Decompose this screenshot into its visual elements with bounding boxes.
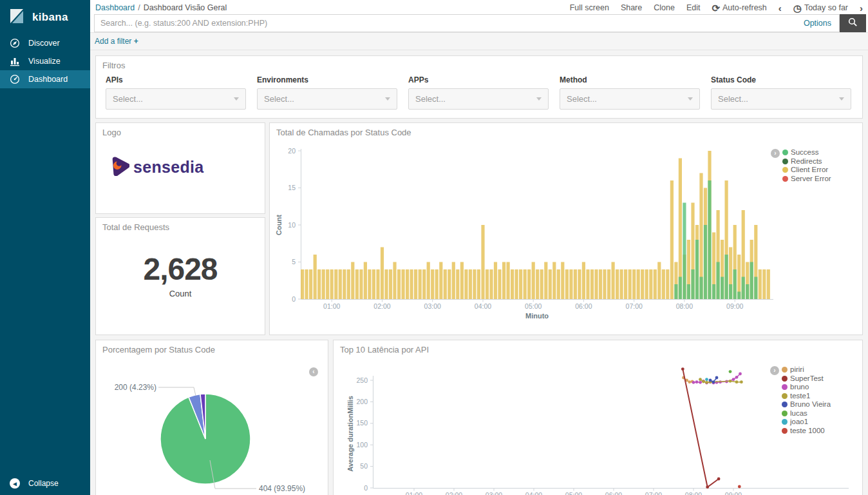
search-button[interactable] [840, 14, 866, 32]
legend-item[interactable]: SuperTest [782, 374, 831, 383]
chevron-down-icon [839, 97, 844, 101]
svg-text:50: 50 [360, 462, 368, 470]
svg-text:06:00: 06:00 [575, 302, 592, 310]
legend-item[interactable]: Server Error [782, 175, 831, 184]
legend-item[interactable]: teste1 [782, 392, 831, 401]
filter-field-apis: APIs Select... [106, 75, 246, 110]
requests-count-unit: Count [96, 289, 265, 298]
sidebar-collapse-button[interactable]: ◄ Collapse [0, 478, 59, 489]
legend-item[interactable]: lucas [782, 409, 831, 418]
legend-item[interactable]: piriri [782, 365, 831, 374]
legend-swatch [782, 159, 788, 164]
fullscreen-button[interactable]: Full screen [570, 3, 609, 12]
filter-label: Environments [257, 75, 397, 84]
legend-label: teste 1000 [790, 427, 825, 436]
svg-text:20: 20 [288, 147, 296, 155]
compass-icon [10, 38, 20, 48]
environments-select[interactable]: Select... [257, 88, 397, 110]
legend-item[interactable]: joao1 [782, 418, 831, 427]
dashboard-content: Filtros APIs Select... Environments Sele… [90, 50, 868, 495]
legend-item[interactable]: Client Error [782, 166, 831, 175]
search-box: Options [94, 14, 840, 32]
svg-text:05:00: 05:00 [525, 302, 542, 310]
status-pie-chart[interactable]: 200 (4.23%)404 (93.95%) [96, 340, 328, 495]
panel-title: Logo [102, 128, 121, 137]
legend-swatch [782, 411, 788, 416]
legend-label: piriri [790, 365, 804, 374]
svg-text:10: 10 [288, 221, 296, 229]
time-forward-button[interactable]: › [860, 3, 863, 13]
legend-toggle-icon[interactable]: › [770, 366, 779, 375]
legend-toggle-icon[interactable]: › [771, 149, 780, 158]
auto-refresh-button[interactable]: ⟳ Auto-refresh [712, 3, 766, 13]
collapse-label: Collapse [28, 479, 59, 488]
bar-chart-icon [10, 56, 20, 66]
filter-label: Status Code [711, 75, 851, 84]
legend-swatch [782, 150, 788, 155]
search-input[interactable] [95, 19, 796, 28]
edit-button[interactable]: Edit [686, 3, 701, 12]
panel-title: Filtros [102, 61, 125, 70]
svg-text:02:00: 02:00 [373, 302, 390, 310]
collapse-arrow-icon: ◄ [10, 478, 20, 489]
svg-text:250: 250 [356, 376, 368, 384]
filter-bar: Add a filter + [90, 32, 868, 50]
breadcrumb-dashboard-link[interactable]: Dashboard [95, 3, 135, 12]
panel-status-code-calls: Total de Chamadas por Status Code 051015… [269, 122, 863, 335]
legend-item[interactable]: bruno [782, 383, 831, 392]
sensedia-logo-text: sensedia [133, 158, 203, 177]
apps-select[interactable]: Select... [408, 88, 549, 110]
time-back-button[interactable]: ‹ [778, 3, 782, 13]
svg-text:04:00: 04:00 [475, 302, 491, 310]
add-filter-button[interactable]: Add a filter + [95, 37, 138, 46]
legend-item[interactable]: Success [782, 148, 831, 157]
status-code-select[interactable]: Select... [711, 88, 851, 110]
svg-text:03:00: 03:00 [424, 302, 441, 310]
filter-label: Method [560, 75, 700, 84]
filter-label: APIs [106, 75, 246, 84]
filter-field-status-code: Status Code Select... [711, 75, 851, 110]
refresh-icon: ⟳ [712, 3, 720, 13]
svg-text:03:00: 03:00 [486, 491, 502, 495]
legend-toggle-icon[interactable]: ‹ [309, 367, 318, 376]
latency-legend: piririSuperTestbrunoteste1Bruno Vieiralu… [782, 365, 831, 435]
time-range-button[interactable]: ◷ Today so far [793, 3, 848, 13]
kibana-logo[interactable]: kibana [0, 0, 90, 34]
legend-swatch [782, 376, 788, 382]
method-select[interactable]: Select... [560, 88, 700, 110]
sidebar-item-discover[interactable]: Discover [0, 34, 90, 52]
sensedia-logo: sensedia [110, 157, 203, 178]
clone-button[interactable]: Clone [654, 3, 675, 12]
svg-text:150: 150 [356, 419, 368, 427]
options-link[interactable]: Options [796, 19, 839, 28]
topbar: Dashboard / Dashboard Visão Geral Full s… [90, 0, 868, 32]
legend-item[interactable]: teste 1000 [782, 427, 831, 436]
filter-field-environments: Environments Select... [257, 75, 397, 110]
filter-label: APPs [408, 75, 549, 84]
top-menu: Full screen Share Clone Edit ⟳ Auto-refr… [570, 3, 863, 13]
sidebar-item-label: Dashboard [28, 75, 68, 84]
filter-field-method: Method Select... [560, 75, 700, 110]
legend-item[interactable]: Redirects [782, 157, 831, 166]
sidebar-item-dashboard[interactable]: Dashboard [0, 70, 90, 88]
legend-swatch [782, 428, 788, 434]
apis-select[interactable]: Select... [106, 88, 246, 110]
sidebar-item-visualize[interactable]: Visualize [0, 52, 90, 70]
sidebar-item-label: Visualize [28, 57, 61, 66]
status-bar-legend: SuccessRedirectsClient ErrorServer Error [782, 148, 831, 183]
svg-text:09:00: 09:00 [725, 491, 742, 495]
panel-total-requests: Total de Requests 2,628 Count [95, 217, 265, 335]
legend-swatch [782, 384, 788, 390]
legend-swatch [782, 402, 788, 407]
legend-item[interactable]: Bruno Vieira [782, 400, 831, 409]
legend-label: Bruno Vieira [790, 400, 831, 409]
svg-text:09:00: 09:00 [726, 302, 743, 310]
share-button[interactable]: Share [621, 3, 642, 12]
svg-text:200: 200 [356, 398, 368, 405]
requests-count-value: 2,628 [96, 251, 265, 287]
svg-text:100: 100 [356, 441, 368, 449]
legend-label: bruno [790, 383, 809, 392]
legend-label: Server Error [791, 175, 831, 184]
svg-text:02:00: 02:00 [446, 491, 462, 495]
chevron-down-icon [385, 97, 390, 101]
